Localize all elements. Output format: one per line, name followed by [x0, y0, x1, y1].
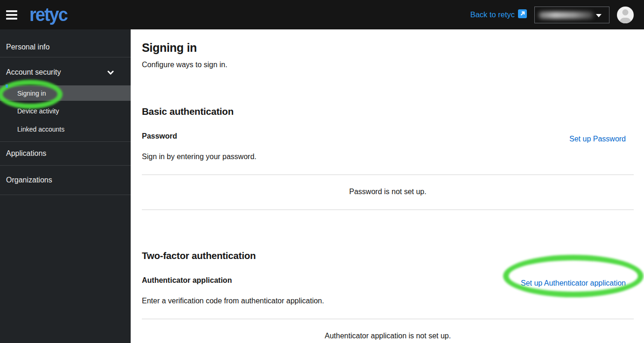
setup-password-link[interactable]: Set up Password	[569, 134, 626, 144]
credential-description: Enter a verification code from authentic…	[142, 296, 634, 306]
back-to-app-link[interactable]: Back to retyc	[470, 9, 527, 20]
sidebar-item-signing-in[interactable]: Signing in	[0, 85, 131, 101]
user-avatar-icon[interactable]	[617, 7, 634, 23]
hamburger-bar	[6, 14, 17, 16]
page-title: Signing in	[142, 41, 634, 54]
sidebar-item-label: Signing in	[17, 90, 46, 97]
sidebar-item-label: Organizations	[6, 176, 52, 184]
setup-authenticator-link[interactable]: Set up Authenticator application	[521, 279, 626, 288]
external-link-icon	[518, 9, 527, 20]
app-logo: retyc	[29, 4, 67, 25]
sidebar-item-organizations[interactable]: Organizations	[0, 166, 131, 195]
chevron-down-icon	[107, 69, 114, 77]
avatar-body	[620, 18, 631, 23]
back-link-label: Back to retyc	[470, 10, 515, 19]
sidebar-item-label: Linked accounts	[17, 126, 64, 133]
page-subtitle: Configure ways to sign in.	[142, 61, 634, 69]
sidebar-item-linked-accounts[interactable]: Linked accounts	[0, 121, 131, 137]
sidebar-item-personal-info[interactable]: Personal info	[0, 29, 131, 57]
credential-label-authenticator: Authenticator application	[142, 276, 232, 285]
sidebar-item-applications[interactable]: Applications	[0, 142, 131, 165]
hamburger-icon[interactable]	[6, 8, 18, 21]
sidebar-item-device-activity[interactable]: Device activity	[0, 101, 131, 121]
sidebar-item-label: Personal info	[6, 43, 49, 51]
sidebar-nav: Personal info Account security Signing i…	[0, 29, 131, 343]
credential-status-text: Password is not set up.	[142, 175, 634, 210]
section-heading: Basic authentication	[142, 105, 634, 118]
divider	[0, 195, 131, 195]
section-heading: Two-factor authentication	[142, 250, 634, 262]
credential-description: Sign in by entering your password.	[142, 152, 634, 161]
hamburger-bar	[6, 18, 17, 20]
active-item-indicator	[6, 84, 8, 88]
sidebar-item-label: Account security	[6, 68, 61, 77]
credential-label-password: Password	[142, 132, 177, 141]
credential-status-text: Authenticator application is not set up.	[142, 319, 634, 343]
sidebar-item-label: Device activity	[17, 107, 59, 115]
account-security-subnav: Signing in Device activity Linked accoun…	[0, 85, 131, 137]
user-menu-dropdown[interactable]	[534, 7, 609, 23]
redacted-username	[539, 12, 594, 19]
divider	[142, 210, 634, 210]
caret-down-icon	[596, 14, 602, 17]
sidebar-item-account-security[interactable]: Account security	[0, 57, 131, 83]
main-content: Signing in Configure ways to sign in. Ba…	[131, 29, 644, 343]
hamburger-bar	[6, 10, 17, 12]
avatar-head	[623, 9, 629, 15]
section-basic-authentication: Basic authentication Password Set up Pas…	[142, 105, 634, 210]
sidebar-item-label: Applications	[6, 149, 46, 158]
masthead: retyc Back to retyc	[0, 0, 644, 29]
section-two-factor-authentication: Two-factor authentication Authenticator …	[142, 250, 634, 343]
masthead-right-group: Back to retyc	[470, 0, 634, 29]
